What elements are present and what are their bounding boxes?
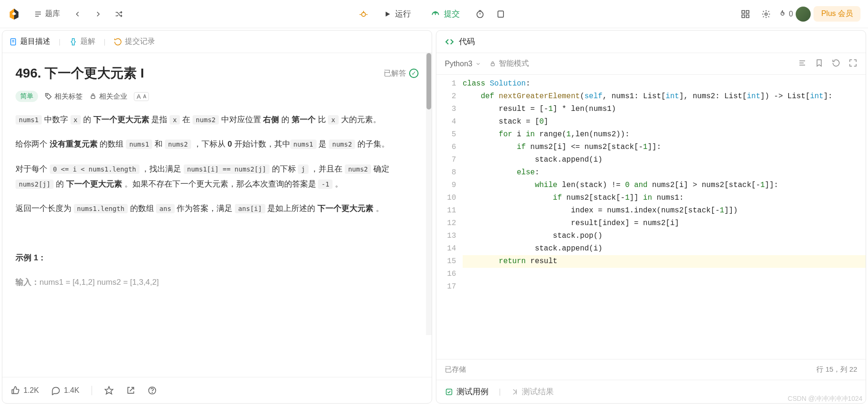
smart-mode-label: 智能模式 bbox=[499, 59, 529, 69]
svg-point-16 bbox=[765, 13, 767, 15]
fullscreen-button[interactable] bbox=[849, 59, 857, 69]
next-problem-button[interactable] bbox=[89, 5, 107, 23]
smart-mode[interactable]: 智能模式 bbox=[489, 59, 529, 69]
tab-separator: | bbox=[499, 387, 501, 397]
tab-solution-label: 题解 bbox=[80, 37, 95, 47]
test-results-tab[interactable]: 测试结果 bbox=[511, 386, 554, 397]
prev-problem-button[interactable] bbox=[69, 5, 86, 23]
user-avatar[interactable] bbox=[796, 7, 811, 22]
svg-rect-21 bbox=[91, 96, 95, 99]
companies-label: 相关企业 bbox=[99, 92, 127, 101]
format-button[interactable] bbox=[798, 59, 806, 69]
check-icon: ✓ bbox=[409, 69, 418, 78]
problemset-label: 题库 bbox=[45, 9, 60, 19]
saved-status: 已存储 bbox=[445, 365, 466, 374]
line-gutter: 1234567891011121314151617 bbox=[436, 75, 463, 359]
streak-count: 0 bbox=[789, 10, 793, 18]
tab-submissions[interactable]: 提交记录 bbox=[114, 37, 155, 47]
like-button[interactable]: 1.2K bbox=[11, 386, 39, 395]
language-selector[interactable]: Python3 bbox=[445, 60, 481, 68]
debug-button[interactable] bbox=[355, 5, 372, 23]
tab-separator: | bbox=[59, 38, 61, 46]
svg-rect-29 bbox=[446, 389, 452, 395]
comment-button[interactable]: 1.4K bbox=[51, 386, 79, 395]
reset-button[interactable] bbox=[832, 59, 840, 69]
svg-rect-15 bbox=[746, 15, 749, 17]
cursor-position: 行 15，列 22 bbox=[816, 365, 857, 374]
description-content: 496. 下一个更大元素 I 已解答 ✓ 简单 相关标签 相关企业 AA bbox=[2, 53, 432, 377]
plus-badge[interactable]: Plus 会员 bbox=[814, 6, 860, 22]
help-button[interactable] bbox=[147, 386, 157, 395]
svg-rect-13 bbox=[746, 10, 749, 13]
companies[interactable]: 相关企业 bbox=[89, 92, 127, 101]
submit-label: 提交 bbox=[444, 8, 460, 19]
random-problem-button[interactable] bbox=[110, 5, 128, 23]
run-label: 运行 bbox=[395, 8, 411, 19]
svg-rect-3 bbox=[362, 12, 365, 16]
code-label: 代码 bbox=[459, 36, 475, 47]
test-cases-tab[interactable]: 测试用例 bbox=[445, 386, 488, 397]
hints-button[interactable]: AA bbox=[134, 92, 149, 101]
difficulty-badge: 简单 bbox=[16, 91, 38, 102]
share-button[interactable] bbox=[126, 386, 135, 395]
test-cases-label: 测试用例 bbox=[457, 386, 488, 397]
code-editor[interactable]: 1234567891011121314151617 class Solution… bbox=[436, 75, 866, 359]
test-results-label: 测试结果 bbox=[522, 386, 554, 397]
svg-rect-14 bbox=[742, 15, 744, 17]
star-button[interactable] bbox=[104, 386, 114, 395]
problem-title: 496. 下一个更大元素 I bbox=[16, 64, 144, 82]
run-button[interactable]: 运行 bbox=[375, 5, 419, 23]
svg-rect-25 bbox=[491, 63, 494, 65]
problemset-link[interactable]: 题库 bbox=[28, 5, 66, 23]
settings-button[interactable] bbox=[757, 5, 775, 23]
bookmark-button[interactable] bbox=[815, 59, 823, 69]
related-tags[interactable]: 相关标签 bbox=[45, 92, 83, 101]
code-icon bbox=[445, 37, 454, 47]
timer-button[interactable] bbox=[471, 5, 489, 23]
svg-marker-22 bbox=[105, 386, 113, 394]
tab-submissions-label: 提交记录 bbox=[125, 37, 155, 47]
layout-button[interactable] bbox=[736, 5, 754, 23]
example-heading: 示例 1： bbox=[16, 250, 418, 265]
problem-description: nums1 中数字 x 的 下一个更大元素 是指 x 在 nums2 中对应位置… bbox=[16, 112, 418, 290]
svg-rect-12 bbox=[742, 10, 744, 13]
submit-button[interactable]: 提交 bbox=[422, 5, 468, 23]
related-tags-label: 相关标签 bbox=[54, 92, 83, 101]
code-area[interactable]: class Solution: def nextGreaterElement(s… bbox=[463, 75, 866, 359]
streak-counter[interactable]: 0 bbox=[778, 9, 793, 19]
svg-point-24 bbox=[152, 392, 152, 392]
watermark: CSDN @冲冲冲冲冲1024 bbox=[788, 395, 862, 403]
solved-badge: 已解答 ✓ bbox=[384, 69, 418, 78]
tab-solution[interactable]: 题解 bbox=[69, 37, 95, 47]
tab-description-label: 题目描述 bbox=[20, 37, 50, 47]
logo[interactable] bbox=[8, 8, 21, 21]
svg-point-20 bbox=[46, 94, 47, 95]
separator bbox=[92, 386, 92, 395]
solved-label: 已解答 bbox=[384, 69, 406, 78]
svg-rect-11 bbox=[498, 11, 504, 17]
svg-marker-7 bbox=[386, 11, 390, 16]
tab-separator: | bbox=[104, 38, 106, 46]
comment-count: 1.4K bbox=[64, 386, 79, 395]
notes-button[interactable] bbox=[492, 5, 510, 23]
like-count: 1.2K bbox=[23, 386, 39, 395]
language-label: Python3 bbox=[445, 60, 473, 68]
tab-description[interactable]: 题目描述 bbox=[9, 37, 50, 47]
